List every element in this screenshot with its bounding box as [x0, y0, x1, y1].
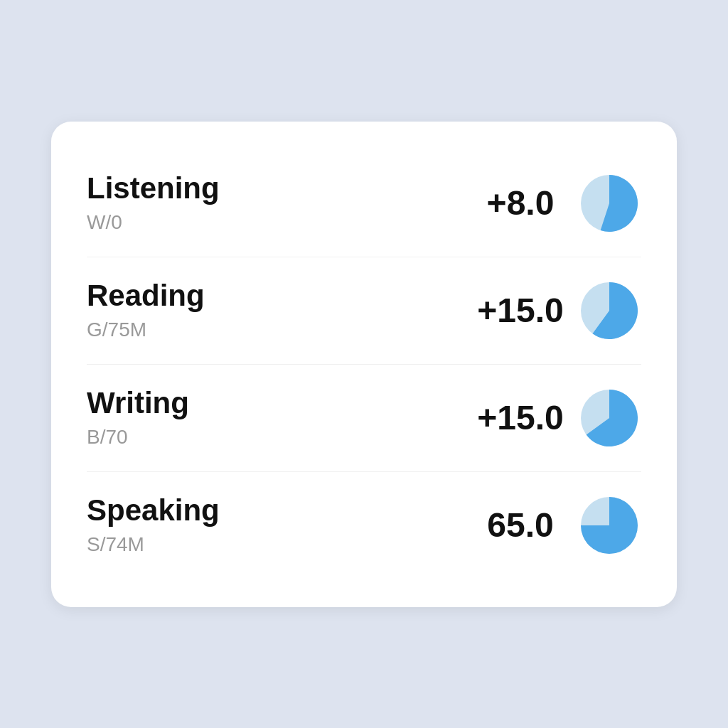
skill-left-speaking: SpeakingS/74M	[87, 494, 464, 555]
skill-chart-speaking	[577, 493, 641, 557]
skill-row-writing: WritingB/70+15.0	[87, 365, 641, 472]
skill-score-speaking: 65.0	[464, 505, 577, 545]
skill-code-listening: W/0	[87, 211, 464, 234]
skill-name-writing: Writing	[87, 387, 464, 419]
skill-chart-listening	[577, 171, 641, 235]
skill-row-speaking: SpeakingS/74M65.0	[87, 472, 641, 579]
skills-card: ListeningW/0+8.0ReadingG/75M+15.0Writing…	[51, 122, 677, 607]
skill-row-listening: ListeningW/0+8.0	[87, 150, 641, 257]
skill-name-listening: Listening	[87, 172, 464, 205]
skill-left-reading: ReadingG/75M	[87, 279, 464, 341]
skill-left-writing: WritingB/70	[87, 387, 464, 448]
skill-code-writing: B/70	[87, 426, 464, 449]
skill-code-reading: G/75M	[87, 318, 464, 341]
skill-score-listening: +8.0	[464, 183, 577, 223]
skill-chart-writing	[577, 386, 641, 450]
skill-left-listening: ListeningW/0	[87, 172, 464, 233]
skill-chart-reading	[577, 279, 641, 343]
skill-name-reading: Reading	[87, 279, 464, 312]
skill-code-speaking: S/74M	[87, 533, 464, 556]
skill-row-reading: ReadingG/75M+15.0	[87, 257, 641, 365]
skill-score-writing: +15.0	[464, 398, 577, 437]
skill-name-speaking: Speaking	[87, 494, 464, 527]
skill-score-reading: +15.0	[464, 291, 577, 330]
